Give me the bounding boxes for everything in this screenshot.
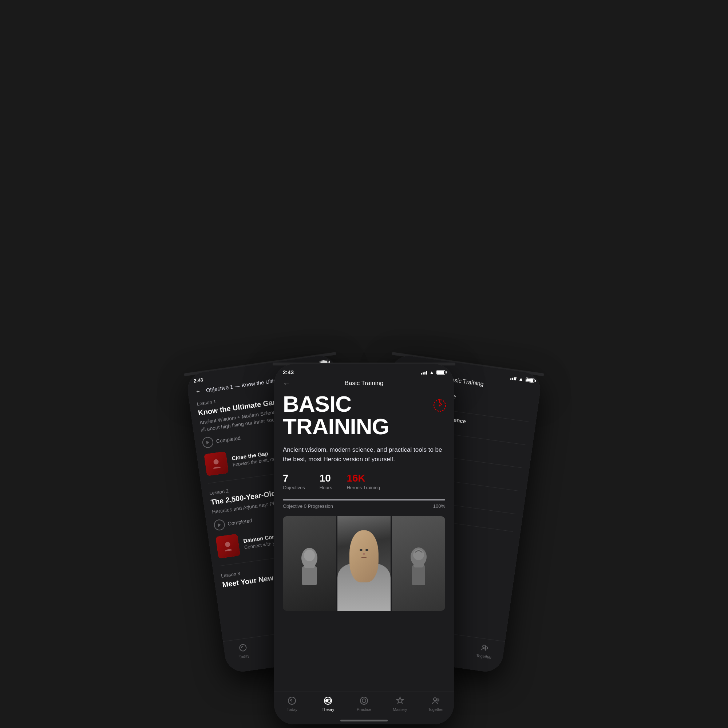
svg-point-1 — [225, 541, 231, 547]
stat-heroes-label: Heroes Training — [347, 485, 380, 490]
status-icons-right: ▲ — [510, 375, 535, 384]
today-label-left: Today — [239, 653, 250, 659]
tab-today-center[interactable]: Today — [274, 696, 310, 712]
lesson-thumb-img-2 — [216, 534, 240, 558]
play-icon-1[interactable] — [202, 436, 214, 449]
portrait-left-svg — [295, 541, 324, 585]
svg-point-30 — [360, 697, 368, 704]
svg-point-32 — [434, 698, 436, 701]
progress-bar-fill — [283, 499, 445, 500]
hero-desc: Ancient wisdom, modern science, and prac… — [283, 445, 445, 464]
progress-container: Objective 0 Progression 100% — [283, 499, 445, 509]
stat-objectives-label: Objectives — [283, 485, 305, 490]
stat-heroes: 16K Heroes Training — [347, 473, 380, 490]
lesson-thumb-img-1 — [204, 451, 229, 476]
hero-title-line2: TRAINING — [283, 414, 389, 439]
signal-icon-center — [421, 370, 427, 375]
portrait-right-svg — [404, 541, 433, 585]
time-center: 2:43 — [283, 369, 294, 375]
nav-bar-center: ← Basic Training — [283, 377, 445, 393]
stat-hours: 10 Hours — [320, 473, 332, 490]
together-label-right: Together — [476, 653, 492, 659]
hero-title-line1: BASIC — [283, 391, 351, 416]
svg-point-2 — [239, 644, 246, 651]
stat-hours-value: 10 — [320, 473, 332, 484]
stat-objectives-value: 7 — [283, 473, 305, 484]
completed-text-2: Completed — [227, 517, 252, 526]
instructor-grid — [283, 516, 445, 611]
tab-mastery-center[interactable]: Mastery — [382, 696, 418, 712]
progress-bar-bg — [283, 499, 445, 500]
stat-objectives: 7 Objectives — [283, 473, 305, 490]
practice-tab-icon-center — [359, 696, 369, 706]
lesson-thumb-1 — [204, 451, 229, 476]
back-arrow-center[interactable]: ← — [283, 379, 290, 388]
stat-hours-label: Hours — [320, 485, 332, 490]
status-icons-center: ▲ — [421, 369, 445, 375]
progress-label: Objective 0 Progression 100% — [283, 503, 445, 509]
battery-icon-center — [436, 370, 445, 375]
instructor-right — [392, 516, 445, 611]
center-main-content: ← Basic Training BASIC TRAINING — [274, 377, 454, 704]
back-arrow-left[interactable]: ← — [195, 387, 202, 395]
tab-practice-center[interactable]: Practice — [346, 696, 382, 712]
svg-point-31 — [362, 699, 366, 702]
stats-row: 7 Objectives 10 Hours 16K Heroes Trainin… — [283, 473, 445, 490]
tab-theory-center[interactable]: Theory — [310, 696, 346, 712]
lesson-thumb-2 — [216, 534, 240, 558]
svg-rect-25 — [413, 562, 424, 567]
svg-rect-21 — [304, 562, 315, 568]
theory-tab-icon-center — [323, 696, 333, 706]
timer-icon — [431, 395, 449, 413]
svg-rect-24 — [412, 565, 425, 585]
practice-label-center: Practice — [357, 707, 371, 712]
together-tab-icon-center — [431, 696, 441, 706]
signal-icon-right — [510, 375, 517, 380]
hero-title: BASIC TRAINING — [283, 393, 445, 438]
today-tab-icon-center — [287, 696, 297, 706]
center-nav-title: Basic Training — [345, 380, 384, 387]
phone-center-screen: 2:43 ▲ — [274, 364, 454, 724]
svg-point-17 — [439, 405, 441, 407]
wifi-icon-right: ▲ — [518, 376, 524, 382]
svg-line-16 — [440, 402, 442, 404]
svg-point-33 — [437, 699, 439, 701]
battery-icon-right — [525, 378, 534, 383]
together-tab-icon-right — [479, 642, 491, 654]
phone-center: 2:43 ▲ — [273, 363, 455, 365]
notch-center — [340, 364, 388, 375]
svg-point-13 — [485, 647, 488, 649]
today-icon-left — [237, 642, 249, 654]
home-indicator-center — [340, 720, 388, 722]
together-label-center: Together — [428, 707, 444, 712]
svg-rect-20 — [302, 566, 317, 585]
svg-point-0 — [213, 459, 219, 465]
instructor-center — [337, 516, 391, 611]
instructor-left — [283, 516, 336, 611]
tab-together-center[interactable]: Together — [418, 696, 454, 712]
today-label-center: Today — [287, 707, 297, 712]
completed-text-1: Completed — [216, 435, 241, 444]
tab-today-left[interactable]: Today — [223, 640, 263, 661]
wifi-icon-center: ▲ — [429, 369, 434, 375]
progress-percent: 100% — [433, 503, 445, 509]
progress-text: Objective 0 Progression — [283, 503, 333, 509]
mastery-label-center: Mastery — [393, 707, 407, 712]
play-icon-2[interactable] — [213, 519, 226, 531]
theory-label-center: Theory — [322, 707, 334, 712]
scene: 2:43 ▲ — [37, 37, 691, 691]
mastery-tab-icon-center — [395, 696, 405, 706]
svg-point-19 — [304, 550, 315, 561]
time-left: 2:43 — [193, 377, 203, 383]
stat-heroes-value: 16K — [347, 473, 380, 484]
tab-together-right[interactable]: Together — [465, 640, 505, 661]
